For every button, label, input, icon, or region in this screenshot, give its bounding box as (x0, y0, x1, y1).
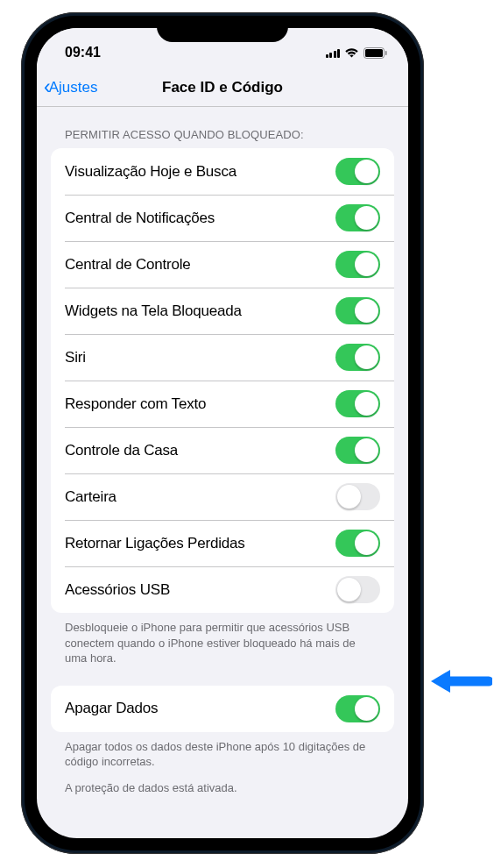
settings-content: PERMITIR ACESSO QUANDO BLOQUEADO: Visual… (37, 107, 408, 838)
toggle-knob (337, 485, 361, 509)
allow-access-group: Visualização Hoje e Busca Central de Not… (51, 148, 394, 613)
phone-bezel: 09:41 ‹ Ajustes Face ID e Código PERMITI (25, 16, 420, 850)
arrow-left-icon (431, 666, 492, 696)
phone-frame: 09:41 ‹ Ajustes Face ID e Código PERMITI (21, 12, 424, 854)
row-lock-screen-widgets[interactable]: Widgets na Tela Bloqueada (51, 288, 394, 334)
section-footer-data-protection: A proteção de dados está ativada. (51, 770, 394, 796)
toggle-reply-with-text[interactable] (335, 390, 380, 417)
row-wallet[interactable]: Carteira (51, 473, 394, 520)
toggle-return-missed-calls[interactable] (335, 530, 380, 557)
row-home-control[interactable]: Controle da Casa (51, 427, 394, 473)
toggle-erase-data[interactable] (335, 695, 380, 722)
back-label: Ajustes (49, 79, 98, 96)
row-label: Siri (65, 349, 86, 366)
row-label: Apagar Dados (65, 700, 158, 717)
toggle-knob (355, 531, 378, 555)
toggle-knob (337, 578, 361, 601)
section-header-allow-access: PERMITIR ACESSO QUANDO BLOQUEADO: (51, 107, 394, 148)
row-label: Acessórios USB (65, 581, 170, 599)
toggle-knob (355, 438, 378, 462)
wifi-icon (344, 47, 359, 58)
row-erase-data[interactable]: Apagar Dados (51, 686, 394, 732)
row-today-view[interactable]: Visualização Hoje e Busca (51, 148, 394, 195)
row-label: Controle da Casa (65, 442, 178, 459)
spacer (51, 666, 394, 686)
toggle-notification-center[interactable] (335, 204, 380, 231)
battery-icon (363, 47, 387, 59)
nav-bar: ‹ Ajustes Face ID e Código (37, 68, 408, 107)
toggle-knob (355, 206, 378, 230)
row-control-center[interactable]: Central de Controle (51, 241, 394, 288)
row-label: Widgets na Tela Bloqueada (65, 302, 242, 320)
toggle-knob (355, 345, 378, 369)
toggle-lock-screen-widgets[interactable] (335, 297, 380, 324)
row-return-missed-calls[interactable]: Retornar Ligações Perdidas (51, 520, 394, 566)
toggle-home-control[interactable] (335, 437, 380, 464)
row-label: Retornar Ligações Perdidas (65, 535, 245, 552)
row-label: Central de Notificações (65, 210, 215, 227)
toggle-knob (355, 160, 378, 183)
row-reply-with-text[interactable]: Responder com Texto (51, 381, 394, 427)
toggle-today-view[interactable] (335, 158, 380, 185)
svg-rect-1 (365, 49, 383, 57)
status-time: 09:41 (65, 45, 101, 60)
row-label: Carteira (65, 488, 116, 506)
toggle-knob (355, 392, 378, 416)
row-label: Responder com Texto (65, 395, 206, 413)
callout-arrow (431, 666, 492, 696)
row-usb-accessories[interactable]: Acessórios USB (51, 566, 394, 613)
erase-data-group: Apagar Dados (51, 686, 394, 732)
toggle-knob (355, 697, 378, 721)
cellular-icon (326, 47, 341, 58)
toggle-knob (355, 253, 378, 276)
toggle-usb-accessories[interactable] (335, 576, 380, 603)
screen: 09:41 ‹ Ajustes Face ID e Código PERMITI (37, 28, 408, 838)
back-button[interactable]: ‹ Ajustes (44, 77, 97, 97)
row-notification-center[interactable]: Central de Notificações (51, 195, 394, 241)
section-footer-usb: Desbloqueie o iPhone para permitir que a… (51, 613, 394, 666)
row-siri[interactable]: Siri (51, 334, 394, 381)
toggle-control-center[interactable] (335, 251, 380, 278)
row-label: Visualização Hoje e Busca (65, 163, 236, 181)
section-footer-erase: Apagar todos os dados deste iPhone após … (51, 732, 394, 770)
toggle-wallet[interactable] (335, 483, 380, 510)
notch (157, 16, 288, 42)
status-icons (326, 47, 388, 59)
svg-rect-2 (385, 51, 387, 55)
svg-marker-4 (431, 670, 450, 693)
toggle-siri[interactable] (335, 344, 380, 371)
toggle-knob (355, 299, 378, 323)
row-label: Central de Controle (65, 256, 191, 274)
